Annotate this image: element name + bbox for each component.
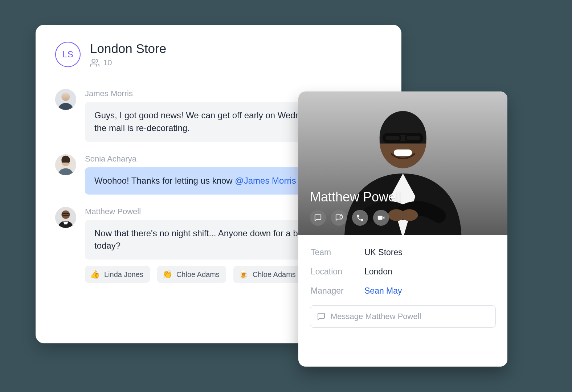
- avatar[interactable]: [55, 154, 76, 175]
- message-text: Woohoo! Thanks for letting us know: [94, 176, 235, 185]
- detail-label: Location: [311, 267, 364, 277]
- person-icon: [55, 89, 76, 110]
- call-button[interactable]: [352, 210, 368, 226]
- thumbs-up-icon: 👍: [90, 270, 100, 279]
- chat-header-titles: London Store 10: [90, 41, 166, 68]
- detail-row-manager: Manager Sean May: [311, 286, 495, 296]
- detail-label: Manager: [311, 286, 364, 296]
- reaction-name: Linda Jones: [104, 270, 143, 279]
- manager-link[interactable]: Sean May: [364, 286, 402, 296]
- store-avatar[interactable]: LS: [55, 42, 81, 67]
- private-chat-button[interactable]: [331, 210, 347, 226]
- beer-icon: 🍺: [238, 270, 248, 279]
- profile-action-row: [310, 210, 389, 226]
- person-icon: [55, 154, 76, 175]
- members-icon: [90, 58, 99, 68]
- detail-row-team: Team UK Stores: [311, 248, 495, 257]
- chat-lock-icon: [335, 214, 343, 222]
- detail-row-location: Location London: [311, 267, 495, 277]
- svg-rect-16: [340, 216, 343, 218]
- phone-icon: [356, 214, 364, 222]
- reaction-name: Chloe Adams: [253, 270, 296, 279]
- avatar[interactable]: [55, 207, 76, 228]
- chat-icon: [314, 214, 322, 222]
- reaction-name: Chloe Adams: [176, 270, 220, 279]
- reaction-chip[interactable]: 🍺 Chloe Adams: [233, 266, 302, 283]
- chat-button[interactable]: [310, 210, 326, 226]
- profile-name: Matthew Powell: [310, 189, 401, 205]
- member-count-value: 10: [103, 58, 112, 68]
- reaction-chip[interactable]: 👍 Linda Jones: [85, 266, 150, 283]
- clap-icon: 👏: [162, 270, 172, 279]
- svg-point-2: [61, 93, 70, 101]
- video-call-button[interactable]: [373, 210, 389, 226]
- reaction-chip[interactable]: 👏 Chloe Adams: [157, 266, 226, 283]
- person-icon: [55, 207, 76, 228]
- chat-header: LS London Store 10: [55, 41, 382, 78]
- message-input-placeholder: Message Matthew Powell: [331, 312, 421, 321]
- svg-point-15: [401, 209, 418, 221]
- chat-member-count: 10: [90, 58, 166, 68]
- chat-icon: [317, 312, 326, 321]
- store-avatar-initials: LS: [62, 49, 73, 60]
- video-icon: [377, 214, 385, 222]
- chat-title: London Store: [90, 41, 166, 56]
- profile-details: Team UK Stores Location London Manager S…: [298, 235, 507, 296]
- profile-hero: Matthew Powell: [298, 91, 507, 235]
- svg-rect-17: [378, 216, 383, 220]
- message-input[interactable]: Message Matthew Powell: [310, 305, 496, 328]
- detail-label: Team: [311, 248, 364, 257]
- detail-value: UK Stores: [364, 248, 403, 257]
- detail-value: London: [364, 267, 392, 277]
- avatar[interactable]: [55, 89, 76, 110]
- mention[interactable]: @James Morris: [235, 176, 296, 185]
- svg-point-7: [61, 210, 70, 219]
- svg-rect-13: [394, 150, 412, 156]
- svg-point-0: [92, 60, 95, 63]
- profile-card: Matthew Powell Team UK Stores Location L…: [298, 91, 507, 367]
